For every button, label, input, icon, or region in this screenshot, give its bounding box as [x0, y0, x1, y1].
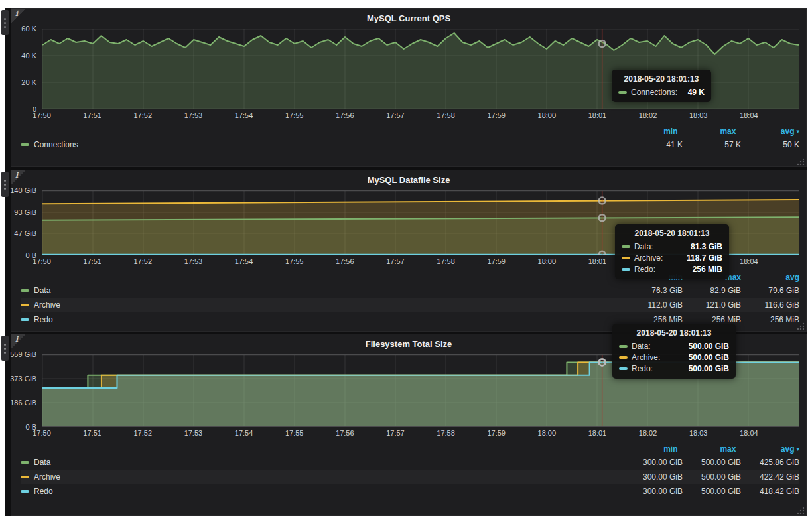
stat-avg: 425.86 GiB: [741, 458, 799, 467]
legend: min max avg ▾ Data 300.00 GiB 500.00 GiB…: [11, 439, 806, 515]
series-name[interactable]: Data: [34, 286, 50, 295]
panel-drag-handle[interactable]: [1, 172, 9, 197]
y-axis-tick-label: 559 GiB: [10, 350, 36, 358]
series-name[interactable]: Archive: [34, 300, 60, 310]
tooltip-timestamp: 2018-05-20 18:01:13: [618, 74, 705, 84]
y-axis: 020 K40 K60 K: [11, 29, 42, 109]
stat-min: 300.00 GiB: [624, 487, 683, 496]
stat-avg: 256 MiB: [741, 315, 799, 324]
y-axis-tick-label: 93 GiB: [14, 208, 36, 216]
series-color-swatch: [622, 257, 630, 259]
tooltip-timestamp: 2018-05-20 18:01:13: [622, 229, 722, 238]
x-axis-tick-label: 17:52: [134, 257, 153, 265]
y-axis-tick-label: 60 K: [21, 25, 36, 32]
stat-min: 76.3 GiB: [624, 286, 683, 295]
x-axis-tick-label: 17:50: [33, 257, 51, 265]
series-name[interactable]: Archive: [34, 472, 60, 482]
x-axis-tick-label: 17:55: [285, 257, 304, 265]
x-axis-tick-label: 17:58: [437, 111, 455, 119]
resize-grip-icon[interactable]: [796, 505, 805, 514]
sort-caret-icon: ▾: [796, 128, 799, 135]
x-axis-tick-label: 17:58: [437, 429, 455, 437]
tooltip-series-label: Data:: [632, 342, 651, 351]
x-axis-tick-label: 18:04: [740, 257, 758, 265]
legend-sort-max[interactable]: max: [677, 127, 736, 136]
x-axis-tick-label: 17:57: [386, 111, 405, 119]
x-axis-tick-label: 17:59: [487, 111, 506, 119]
tooltip-row: Data: 81.3 GiB: [622, 242, 722, 251]
resize-grip-icon[interactable]: [796, 157, 805, 165]
tooltip-series-label: Archive:: [632, 353, 660, 362]
panel-info-icon[interactable]: i: [11, 170, 26, 185]
tooltip-value: 500.00 GiB: [679, 342, 729, 351]
series-color-swatch: [21, 304, 29, 306]
stat-min: 112.0 GiB: [624, 300, 683, 310]
series-color-swatch: [619, 367, 628, 370]
stat-max: 500.00 GiB: [683, 472, 741, 482]
tooltip-value: 256 MiB: [683, 265, 722, 274]
x-axis-tick-label: 17:58: [437, 257, 455, 265]
stat-avg: 50 K: [741, 140, 799, 149]
y-axis-tick-label: 47 GiB: [14, 229, 36, 237]
stat-avg: 422.42 GiB: [741, 472, 799, 482]
tooltip-series-label: Redo:: [634, 265, 655, 274]
legend-sort-avg[interactable]: avg: [736, 127, 794, 136]
x-axis-tick-label: 18:01: [588, 257, 607, 265]
series-name[interactable]: Redo: [34, 315, 53, 324]
series-color-swatch: [618, 91, 627, 94]
stat-min: 300.00 GiB: [624, 458, 683, 467]
legend-sort-max[interactable]: max: [677, 444, 736, 454]
panel-info-icon[interactable]: i: [11, 334, 26, 349]
tooltip-value: 118.7 GiB: [677, 253, 722, 263]
legend-sort-min[interactable]: min: [619, 444, 677, 454]
x-axis-tick-label: 17:51: [83, 111, 102, 119]
x-axis-tick-label: 17:56: [336, 429, 354, 437]
series-color-swatch: [21, 318, 29, 321]
y-axis-tick-label: 140 GiB: [10, 186, 36, 194]
tooltip-datafile: 2018-05-20 18:01:13 Data: 81.3 GiB Archi…: [615, 224, 729, 279]
stat-avg: 418.42 GiB: [741, 487, 799, 496]
series-color-swatch: [21, 289, 29, 292]
y-axis: 0 B186 GiB373 GiB559 GiB: [11, 354, 42, 427]
x-axis-tick-label: 18:01: [588, 429, 607, 437]
tooltip-row: Archive: 500.00 GiB: [619, 353, 729, 362]
series-color-swatch: [21, 476, 29, 478]
legend-sort-avg[interactable]: avg: [741, 273, 799, 282]
x-axis-tick-label: 18:04: [740, 429, 758, 437]
stat-min: 256 MiB: [624, 315, 683, 324]
x-axis-tick-label: 17:59: [487, 429, 506, 437]
series-name[interactable]: Data: [34, 458, 50, 467]
resize-grip-icon[interactable]: [796, 321, 805, 330]
tooltip-series-label: Connections:: [631, 88, 677, 97]
x-axis-tick-label: 17:50: [33, 429, 51, 437]
tooltip-value: 81.3 GiB: [681, 242, 722, 251]
legend-row: Archive 300.00 GiB 500.00 GiB 422.42 GiB: [21, 470, 799, 484]
x-axis-tick-label: 17:57: [386, 257, 405, 265]
panel-info-icon[interactable]: i: [11, 9, 26, 23]
legend-stats-header: min max avg ▾: [21, 125, 799, 138]
panel-title[interactable]: MySQL Current QPS: [11, 9, 806, 29]
y-axis-tick-label: 40 K: [21, 52, 36, 60]
x-axis-tick-label: 17:53: [184, 429, 203, 437]
legend: min max avg ▾ Connections 41 K 57 K 50 K: [11, 121, 806, 166]
y-axis-tick-label: 186 GiB: [10, 399, 36, 407]
legend-sort-min[interactable]: min: [619, 127, 677, 136]
tooltip-series-label: Archive:: [634, 253, 663, 263]
stat-max: 256 MiB: [683, 315, 741, 324]
series-color-swatch: [619, 356, 628, 359]
tooltip-timestamp: 2018-05-20 18:01:13: [619, 328, 729, 338]
tooltip-row: Archive: 118.7 GiB: [622, 253, 722, 263]
tooltip-filesystem: 2018-05-20 18:01:13 Data: 500.00 GiB Arc…: [612, 324, 736, 379]
panel-drag-handle[interactable]: [1, 10, 9, 35]
stat-avg: 79.6 GiB: [741, 286, 799, 295]
legend-sort-avg[interactable]: avg: [736, 444, 794, 454]
series-name[interactable]: Redo: [34, 487, 53, 496]
x-axis-tick-label: 17:54: [235, 111, 253, 119]
x-axis-tick-label: 17:51: [83, 429, 102, 437]
stat-max: 121.0 GiB: [683, 300, 741, 310]
stat-max: 57 K: [683, 140, 741, 149]
legend-row: Data 300.00 GiB 500.00 GiB 425.86 GiB: [21, 456, 799, 469]
panel-drag-handle[interactable]: [1, 336, 9, 361]
panel-title[interactable]: MySQL Datafile Size: [11, 170, 806, 190]
series-name[interactable]: Connections: [34, 140, 78, 149]
